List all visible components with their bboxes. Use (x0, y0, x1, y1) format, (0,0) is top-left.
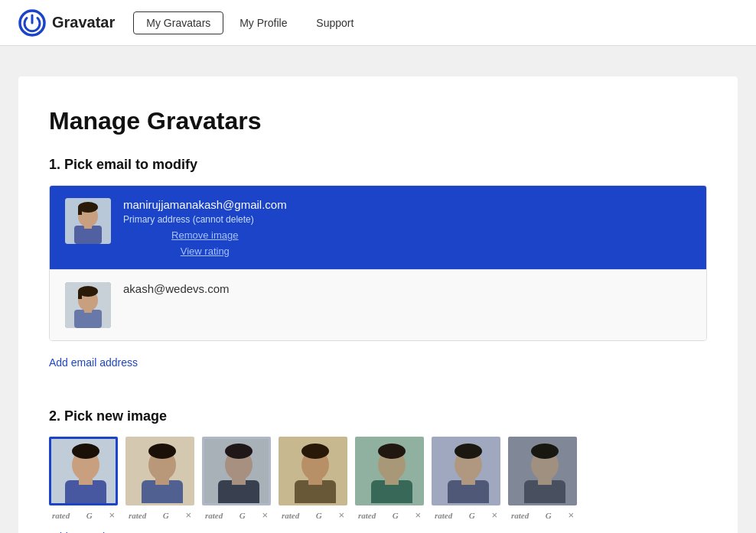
email-row-2[interactable]: akash@wedevs.com (50, 270, 706, 340)
remove-image-button-1[interactable]: Remove image (123, 229, 287, 241)
svg-point-47 (531, 444, 559, 459)
remove-thumb-4[interactable]: × (338, 510, 344, 520)
g-badge-4: G (316, 511, 322, 520)
nav-my-profile[interactable]: My Profile (226, 11, 300, 34)
image-thumb-6[interactable] (432, 437, 500, 505)
logo-text: Gravatar (52, 14, 115, 31)
image-thumb-7[interactable] (508, 437, 577, 505)
email-info-1: manirujjamanakash@gmail.com Primary addr… (123, 198, 287, 257)
svg-rect-12 (78, 291, 82, 299)
image-thumb-wrap-7: rated G × (508, 437, 577, 522)
rating-label-1: rated (52, 511, 70, 520)
svg-point-42 (455, 444, 482, 459)
image-thumb-wrap-1: rated G × (49, 437, 118, 522)
g-badge-2: G (163, 511, 169, 520)
g-badge-1: G (86, 511, 93, 520)
rating-label-6: rated (435, 511, 452, 520)
add-email-link[interactable]: Add email address (49, 356, 138, 369)
image-thumb-wrap-5: rated G × (355, 437, 424, 522)
svg-point-32 (301, 444, 329, 459)
thumb-controls-5: rated G × (355, 509, 424, 522)
remove-thumb-2[interactable]: × (185, 510, 191, 520)
nav-my-gravatars[interactable]: My Gravatars (133, 11, 223, 34)
avatar-2 (65, 282, 111, 328)
image-thumb-1[interactable] (49, 437, 118, 505)
rating-label-5: rated (358, 511, 376, 520)
image-thumb-5[interactable] (355, 437, 424, 505)
email-address-1: manirujjamanakash@gmail.com (123, 198, 287, 211)
email-address-2: akash@wedevs.com (123, 282, 230, 295)
g-badge-3: G (240, 511, 246, 520)
gravatar-logo-icon (18, 9, 46, 37)
rating-label-7: rated (511, 511, 529, 520)
remove-thumb-7[interactable]: × (568, 510, 574, 520)
image-thumb-3[interactable] (202, 437, 271, 505)
thumb-controls-4: rated G × (279, 509, 347, 522)
rating-label-4: rated (282, 511, 299, 520)
logo-area: Gravatar (18, 9, 115, 37)
remove-thumb-6[interactable]: × (491, 510, 497, 520)
main-nav: My Gravatars My Profile Support (133, 11, 367, 34)
section1-title: 1. Pick email to modify (49, 157, 707, 173)
rating-label-2: rated (129, 511, 146, 520)
thumb-controls-7: rated G × (508, 509, 577, 522)
section2-title: 2. Pick new image (49, 408, 707, 424)
svg-rect-6 (78, 207, 82, 215)
email-info-2: akash@wedevs.com (123, 282, 230, 295)
svg-point-27 (225, 444, 253, 459)
image-thumb-4[interactable] (279, 437, 347, 505)
svg-point-17 (72, 444, 99, 459)
image-thumb-wrap-3: rated G × (202, 437, 271, 522)
g-badge-5: G (393, 511, 399, 520)
avatar-1 (65, 198, 111, 244)
svg-point-22 (148, 444, 176, 459)
image-thumb-wrap-2: rated G × (125, 437, 194, 522)
image-thumb-wrap-4: rated G × (279, 437, 347, 522)
main-background: Manage Gravatars 1. Pick email to modify (0, 46, 756, 533)
site-header: Gravatar My Gravatars My Profile Support (0, 0, 756, 46)
thumb-controls-3: rated G × (202, 509, 271, 522)
g-badge-7: G (546, 511, 552, 520)
content-card: Manage Gravatars 1. Pick email to modify (18, 76, 738, 533)
email-row-1[interactable]: manirujjamanakash@gmail.com Primary addr… (50, 186, 706, 270)
page-title: Manage Gravatars (49, 107, 707, 135)
image-thumb-wrap-6: rated G × (432, 437, 500, 522)
svg-point-37 (378, 444, 406, 459)
remove-thumb-3[interactable]: × (262, 510, 268, 520)
thumb-controls-1: rated G × (49, 509, 118, 522)
primary-label-1: Primary address (cannot delete) (123, 214, 287, 225)
image-picker-row: rated G × rated (49, 437, 707, 522)
remove-thumb-5[interactable]: × (415, 510, 421, 520)
email-list: manirujjamanakash@gmail.com Primary addr… (49, 185, 707, 341)
thumb-controls-2: rated G × (125, 509, 194, 522)
rating-label-3: rated (205, 511, 223, 520)
view-rating-button-1[interactable]: View rating (123, 245, 287, 257)
remove-thumb-1[interactable]: × (109, 510, 115, 520)
nav-support[interactable]: Support (303, 11, 367, 34)
thumb-controls-6: rated G × (432, 509, 500, 522)
image-thumb-2[interactable] (125, 437, 194, 505)
g-badge-6: G (469, 511, 475, 520)
